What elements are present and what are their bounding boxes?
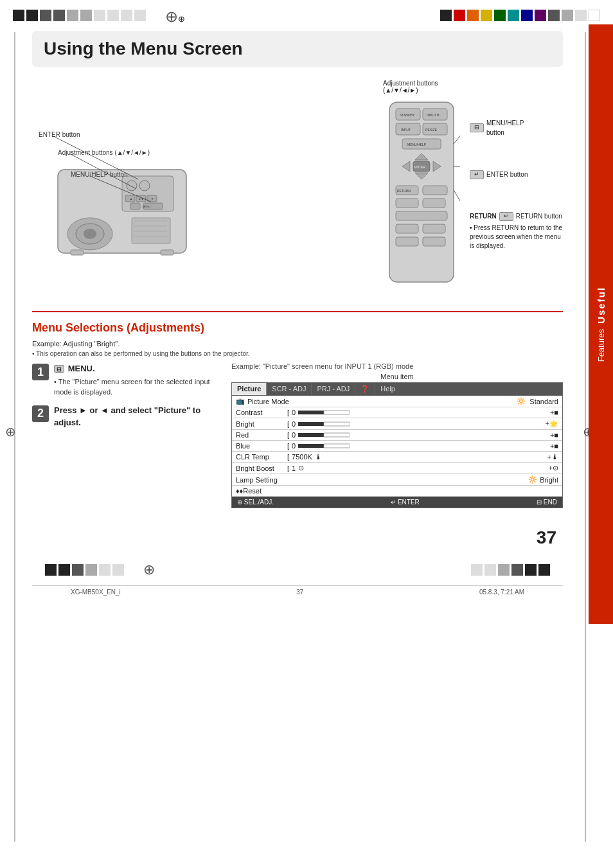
footer-left: XG-MB50X_EN_i	[71, 589, 121, 596]
adj-buttons-right-label: Adjustment buttons (▲/▼/◄/►)	[383, 80, 563, 94]
red-label: Red	[236, 431, 287, 439]
page-content: Using the Menu Screen ENTER button Adjus…	[0, 24, 589, 624]
svg-rect-16	[132, 218, 170, 244]
step-1: 1 ⊟ MENU. • The "Picture" menu screen fo…	[32, 362, 218, 398]
stripe	[481, 10, 492, 21]
top-stripes: ⊕	[0, 6, 613, 24]
step-1-main-text: MENU.	[68, 364, 95, 373]
blue-bar-svg	[298, 443, 350, 448]
contrast-bracket-open: [	[287, 409, 289, 416]
stripe	[589, 10, 600, 21]
stripe	[471, 564, 483, 576]
stripe	[58, 564, 70, 576]
menu-help-icon: ⊟	[470, 123, 484, 132]
enter-right-label: ENTER button	[486, 170, 528, 179]
enter-icon-row: ↵ ENTER button	[470, 170, 563, 179]
adjustment-buttons-label: Adjustment buttons (▲/▼/◄/►)	[58, 149, 150, 156]
stripe	[467, 10, 479, 21]
red-bar-svg	[298, 432, 350, 438]
menu-icon: ⊟	[54, 365, 64, 373]
svg-text:ENTER: ENTER	[414, 165, 425, 169]
step-1-content: ⊟ MENU. • The "Picture" menu screen for …	[54, 362, 218, 398]
stripe	[498, 564, 510, 576]
diagram-area: ENTER button Adjustment buttons (▲/▼/◄/►…	[32, 80, 563, 298]
menu-footer: ⊕ SEL./ADJ. ↵ ENTER ⊟ END	[232, 497, 562, 508]
menu-row-red: Red [ 0 +■	[232, 430, 562, 441]
screen-example-label: Example: "Picture" screen menu for INPUT…	[231, 362, 563, 370]
return-icon: ↩	[499, 212, 513, 221]
svg-text:STANDBY: STANDBY	[400, 113, 415, 117]
title-section: Using the Menu Screen	[32, 31, 563, 67]
blue-bracket-open: [	[287, 442, 289, 450]
menu-help-label: MENU/HELP button	[71, 171, 128, 178]
stripe	[525, 564, 537, 576]
picture-mode-icon: 📺	[236, 397, 245, 405]
stripe	[26, 10, 38, 21]
sidebar-useful-label: Useful	[596, 287, 607, 324]
svg-rect-49	[396, 224, 418, 233]
bright-plus-icon: +🌟	[546, 420, 558, 428]
stripe	[13, 10, 24, 21]
left-diagram: ENTER button Adjustment buttons (▲/▼/◄/►…	[32, 80, 364, 298]
section-divider	[32, 311, 563, 312]
svg-text:INPUT B: INPUT B	[427, 113, 440, 117]
right-diagram: Adjustment buttons (▲/▼/◄/►)	[383, 80, 563, 298]
steps-area: 1 ⊟ MENU. • The "Picture" menu screen fo…	[32, 362, 563, 508]
footer-end: ⊟ END	[537, 499, 557, 506]
stripe	[538, 564, 550, 576]
stripe	[53, 10, 65, 21]
bright-bar	[298, 421, 544, 427]
stripe	[511, 564, 523, 576]
svg-point-3	[84, 229, 96, 239]
blue-bar	[298, 443, 549, 448]
tab-help-icon[interactable]: ❓	[355, 383, 375, 395]
lamp-setting-label: Lamp Setting	[236, 476, 287, 484]
contrast-bar	[298, 410, 549, 415]
red-plus-icon: +■	[550, 431, 558, 439]
svg-text:RESIZE: RESIZE	[425, 128, 438, 132]
svg-rect-61	[324, 433, 350, 437]
footer-enter: ↵ ENTER	[391, 499, 420, 506]
contrast-value: 0	[292, 409, 296, 416]
contrast-bar-svg	[298, 410, 350, 415]
tab-help[interactable]: Help	[375, 383, 400, 395]
bright-value: 0	[292, 420, 296, 428]
menu-row-bright-boost: Bright Boost [ 1 ⊙ +⊙	[232, 463, 562, 474]
svg-rect-63	[324, 444, 350, 448]
bottom-right-stripes	[471, 564, 550, 576]
red-value: 0	[292, 431, 296, 439]
svg-text:MENU/HELP: MENU/HELP	[407, 143, 427, 146]
step-2-main: Press ► or ◄ and select "Picture" to adj…	[54, 404, 218, 429]
page-number: 37	[537, 527, 556, 547]
lamp-setting-preset-icon: 🔆	[528, 475, 537, 484]
sidebar-features-label: Features	[596, 329, 606, 362]
enter-icon: ↵	[470, 170, 484, 179]
clr-temp-bracket-open: [	[287, 453, 289, 461]
clr-temp-icon: 🌡	[315, 453, 322, 461]
svg-rect-45	[423, 186, 447, 195]
bright-boost-icon: ⊙	[298, 464, 304, 472]
menu-row-clr-temp: CLR Temp [ 7500K 🌡 +🌡	[232, 452, 562, 463]
stripe	[45, 564, 57, 576]
stripe	[508, 10, 519, 21]
menu-row-lamp-setting: Lamp Setting 🔆 Bright	[232, 474, 562, 486]
tab-picture[interactable]: Picture	[232, 383, 267, 395]
stripe	[454, 10, 465, 21]
step-1-sub: • The "Picture" menu screen for the sele…	[54, 376, 218, 398]
menu-help-right-label: MENU/HELPbutton	[486, 118, 524, 137]
contrast-plus-icon: +■	[550, 409, 558, 416]
crosshair-icon: ⊕	[165, 8, 181, 23]
stripe	[112, 564, 124, 576]
return-icon-row: RETURN ↩ RETURN button	[470, 211, 563, 221]
svg-rect-21	[71, 250, 84, 255]
red-bar	[298, 432, 549, 438]
blue-label: Blue	[236, 442, 287, 450]
blue-value: 0	[292, 442, 296, 450]
tab-scr-adj[interactable]: SCR - ADJ	[267, 383, 312, 395]
menu-screen-table: Picture SCR - ADJ PRJ - ADJ ❓ Help 📺 Pic…	[231, 382, 563, 508]
tab-prj-adj[interactable]: PRJ - ADJ	[312, 383, 355, 395]
svg-text:INPUT: INPUT	[401, 128, 411, 132]
menu-help-callout: ⊟ MENU/HELPbutton	[470, 118, 563, 137]
return-label: RETURN button	[516, 211, 562, 221]
svg-rect-58	[298, 422, 324, 426]
